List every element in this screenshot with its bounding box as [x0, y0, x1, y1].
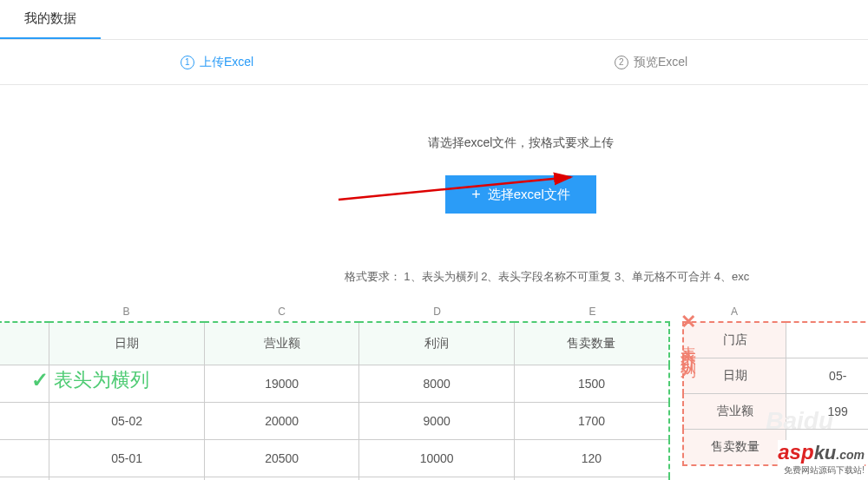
table-row: 05-02 22000 11000	[0, 477, 669, 481]
cell: 22000	[204, 477, 359, 481]
table-row: 门店	[683, 322, 868, 358]
table-header: 营业额	[204, 322, 359, 365]
table-header: 售卖数量	[514, 322, 669, 365]
upload-hint: 请选择excel文件，按格式要求上传	[174, 135, 868, 151]
cell: 05-02	[49, 477, 205, 481]
cell: 05-01	[49, 440, 205, 477]
cell: 8000	[359, 365, 515, 403]
cell	[514, 477, 669, 481]
top-tab-bar: 我的数据	[0, 0, 868, 40]
col-letter: B	[49, 302, 204, 321]
table-header: 日期	[49, 322, 205, 365]
upload-button-label: 选择excel文件	[488, 187, 570, 203]
bad-col-letters: A	[682, 302, 868, 321]
cell: 19000	[204, 365, 359, 403]
step-2-icon: 2	[615, 56, 628, 69]
select-file-button[interactable]: + 选择excel文件	[445, 175, 596, 214]
cell: 199	[786, 394, 868, 430]
cell: 05-	[786, 358, 868, 394]
step-tabs: 1 上传Excel 2 预览Excel	[0, 40, 868, 85]
step-2-label: 预览Excel	[634, 55, 687, 70]
plus-icon: +	[471, 187, 481, 202]
cell: 20500	[204, 440, 359, 477]
col-letter: E	[515, 302, 670, 321]
step-1-icon: 1	[181, 56, 194, 69]
cell: 1500	[514, 365, 669, 403]
table-row: 营业额 199	[683, 394, 868, 430]
good-example-label: 表头为横列	[31, 367, 149, 393]
cell: 9000	[359, 403, 515, 440]
example-tables: B C D E 日期 营业额 利润 售卖数量 19000 8000 1500	[0, 302, 868, 480]
table-row: 日期 05-	[683, 358, 868, 394]
col-letter	[786, 302, 868, 321]
upload-area: 请选择excel文件，按格式要求上传 + 选择excel文件	[0, 85, 868, 248]
cell: 20000	[204, 403, 359, 440]
table-header: 利润	[359, 322, 515, 365]
cell: 1700	[514, 403, 669, 440]
cell: 10000	[359, 440, 515, 477]
bad-example-label: 表头不可纵列	[678, 311, 699, 354]
table-row: 05-02 20000 9000 1700	[0, 403, 669, 440]
cell	[786, 322, 868, 358]
brand-dot: .com	[836, 448, 865, 462]
step-tab-upload[interactable]: 1 上传Excel	[0, 40, 434, 84]
table-row: 05-01 20500 10000 120	[0, 440, 669, 477]
cell: 售卖数量	[683, 430, 786, 466]
brand-logo: aspku.com 免费网站源码下载站!	[778, 440, 865, 477]
good-example-table: B C D E 日期 营业额 利润 售卖数量 19000 8000 1500	[0, 302, 670, 480]
check-icon	[31, 368, 49, 392]
bad-label-text: 表头不可纵列	[678, 333, 699, 354]
brand-sub: 免费网站源码下载站!	[778, 464, 865, 477]
step-tab-preview[interactable]: 2 预览Excel	[434, 40, 868, 84]
col-letter: D	[359, 302, 515, 321]
good-col-letters: B C D E	[49, 302, 670, 321]
brand-red: asp	[778, 440, 813, 464]
cell: 05-02	[49, 403, 205, 440]
brand-thin: ku	[814, 442, 837, 464]
col-letter: C	[204, 302, 359, 321]
table-header-row: 日期 营业额 利润 售卖数量	[0, 322, 669, 365]
top-tab-mydata[interactable]: 我的数据	[0, 0, 101, 39]
cell: 120	[514, 440, 669, 477]
format-requirements: 格式要求： 1、表头为横列 2、表头字段名称不可重复 3、单元格不可合并 4、e…	[0, 248, 868, 297]
step-1-label: 上传Excel	[200, 55, 253, 70]
good-label-text: 表头为横列	[54, 367, 149, 393]
cross-icon	[681, 311, 696, 333]
cell: 营业额	[683, 394, 786, 430]
cell: 日期	[683, 358, 786, 394]
cell: 11000	[359, 477, 515, 481]
